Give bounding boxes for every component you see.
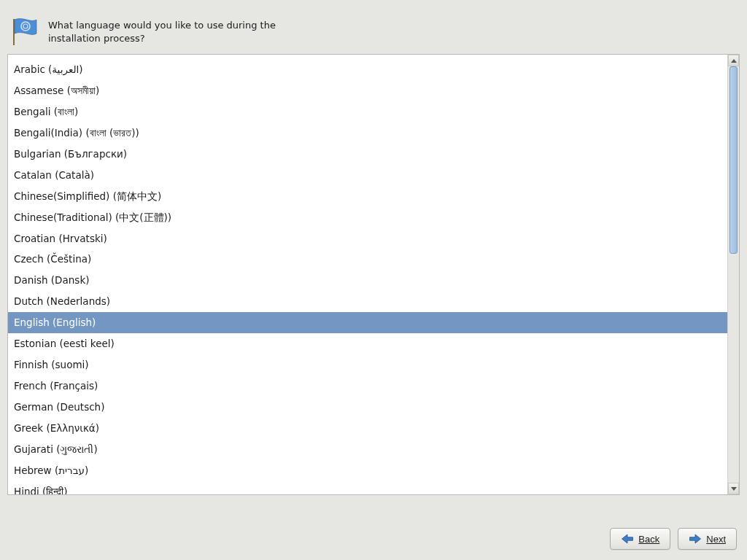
back-button[interactable]: Back [610,528,670,550]
language-item[interactable]: Chinese(Simplified) (简体中文) [8,186,727,207]
language-item[interactable]: Hindi (हिन्दी) [8,481,727,494]
footer: Back Next [610,528,737,550]
scroll-up-button[interactable] [728,55,739,66]
language-item[interactable]: Catalan (Català) [8,165,727,186]
language-item[interactable]: Chinese(Traditional) (中文(正體)) [8,207,727,228]
arrow-left-icon [621,534,634,544]
language-item[interactable]: Gujarati (ગુજરાતી) [8,439,727,460]
language-item[interactable]: Assamese (অসমীয়া) [8,80,727,101]
scrollbar[interactable] [727,55,739,494]
language-item[interactable]: Hebrew (עברית) [8,460,727,481]
language-flag-icon [9,18,38,47]
language-item[interactable]: Bulgarian (Български) [8,144,727,165]
language-item[interactable]: Arabic (العربية) [8,59,727,80]
arrow-right-icon [689,534,702,544]
language-item[interactable]: English (English) [8,312,727,333]
prompt-line2: installation process? [48,32,276,45]
language-item[interactable]: Danish (Dansk) [8,270,727,291]
scroll-track[interactable] [728,66,739,483]
language-item[interactable]: German (Deutsch) [8,397,727,418]
language-item[interactable]: Greek (Ελληνικά) [8,418,727,439]
language-list[interactable]: Arabic (العربية)Assamese (অসমীয়া)Bengal… [8,55,727,494]
header: What language would you like to use duri… [0,0,747,54]
scroll-thumb[interactable] [729,66,738,254]
language-item[interactable]: Estonian (eesti keel) [8,333,727,354]
header-prompt: What language would you like to use duri… [48,18,276,44]
language-item[interactable]: Czech (Čeština) [8,249,727,270]
language-list-area: Arabic (العربية)Assamese (অসমীয়া)Bengal… [7,54,740,495]
next-button[interactable]: Next [678,528,737,550]
language-item[interactable]: Croatian (Hrvatski) [8,228,727,249]
next-label: Next [706,534,726,545]
back-label: Back [638,534,659,545]
language-item[interactable]: Bengali(India) (বাংলা (ভারত)) [8,122,727,144]
language-item[interactable]: Dutch (Nederlands) [8,291,727,312]
language-item[interactable]: Finnish (suomi) [8,354,727,376]
language-item[interactable]: French (Français) [8,376,727,397]
prompt-line1: What language would you like to use duri… [48,19,276,32]
language-item[interactable]: Bengali (বাংলা) [8,101,727,122]
scroll-down-button[interactable] [728,483,739,494]
